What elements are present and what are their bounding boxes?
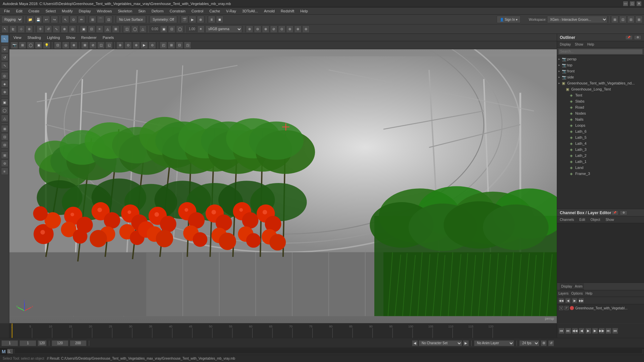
vt-snap-camera[interactable]: ⊕: [116, 42, 124, 49]
frame-start-input[interactable]: [1, 340, 18, 346]
tb-pause[interactable]: ⏸: [208, 16, 215, 23]
3d-viewport[interactable]: persp X Y Z: [9, 49, 557, 323]
lt-btn11[interactable]: ⊝: [1, 160, 8, 167]
vt-shadow[interactable]: ⊡: [54, 42, 61, 49]
tb-lasso-tool[interactable]: ⊵: [9, 25, 17, 33]
tb-v1[interactable]: ▣: [160, 25, 167, 33]
le-sub-help[interactable]: Help: [585, 292, 592, 295]
tb-save[interactable]: 💾: [35, 16, 42, 23]
le-next2[interactable]: ▶▶: [579, 298, 584, 303]
menu-edit[interactable]: Edit: [13, 8, 25, 14]
no-live-surface-btn[interactable]: No Live Surface: [116, 16, 146, 23]
pb-prev[interactable]: ◀: [579, 328, 585, 334]
menu-modify[interactable]: Modify: [59, 8, 75, 14]
tb-bevel[interactable]: ◬: [104, 25, 111, 33]
tree-item[interactable]: ▸◈Lath_1: [557, 159, 644, 165]
lt-btn3[interactable]: ⊕: [1, 88, 8, 96]
tree-item[interactable]: ▸◈Frame_3: [557, 171, 644, 177]
tb-misc3[interactable]: ⊗: [262, 25, 269, 33]
tb-signin[interactable]: 👤 Sign In ▾: [497, 16, 521, 23]
tb-misc5[interactable]: ⊙: [278, 25, 285, 33]
tb-misc1[interactable]: ⊕: [246, 25, 253, 33]
outliner-settings[interactable]: ⚙: [634, 35, 641, 40]
tb-redo[interactable]: ↪: [51, 16, 58, 23]
vt-xray-active[interactable]: ◱: [105, 42, 113, 49]
tree-item[interactable]: ▸◈Slabs: [557, 98, 644, 104]
vt-aa[interactable]: ⊗: [70, 42, 77, 49]
le-next1[interactable]: ▶: [572, 298, 577, 303]
menu-create[interactable]: Create: [26, 8, 42, 14]
rigging-dropdown[interactable]: Rigging: [1, 16, 23, 23]
tb-render[interactable]: 🎬: [181, 16, 188, 23]
lt-btn2[interactable]: ◈: [1, 80, 8, 87]
outliner-tab-help[interactable]: Help: [586, 43, 596, 46]
lt-btn5[interactable]: ◯: [1, 107, 8, 114]
tb-misc7[interactable]: ⊛: [294, 25, 302, 33]
select-tool-btn[interactable]: ↖: [1, 35, 8, 43]
tb-undo[interactable]: ↩: [43, 16, 50, 23]
vt-xray[interactable]: ◫: [97, 42, 105, 49]
fps-dropdown[interactable]: 24 fps: [519, 340, 539, 346]
minimize-button[interactable]: —: [623, 1, 628, 6]
vt-playblast[interactable]: ▶: [141, 42, 148, 49]
vt-wireframe[interactable]: ⊞: [19, 42, 26, 49]
menu-arnold[interactable]: Arnold: [261, 8, 277, 14]
tree-item[interactable]: ▸◈Nodes: [557, 110, 644, 116]
tb-insert-edge[interactable]: ⊠: [112, 25, 119, 33]
pb-start[interactable]: ⏮: [558, 328, 565, 334]
workspace-dropdown[interactable]: XGen - Interactive Groom...: [547, 16, 607, 23]
tb-misc2[interactable]: ⊖: [254, 25, 261, 33]
tree-item[interactable]: ▸◈Lath_6: [557, 128, 644, 134]
tb-lasso[interactable]: ⊙: [70, 16, 77, 23]
rotate-tool-btn[interactable]: ↺: [1, 54, 8, 61]
lt-btn12[interactable]: ≡: [1, 168, 8, 175]
move-tool-btn[interactable]: ✛: [1, 46, 8, 53]
lt-btn10[interactable]: ⊞: [1, 152, 8, 159]
menu-constrain[interactable]: Constrain: [167, 8, 188, 14]
outliner-pin[interactable]: 📌: [625, 35, 633, 40]
tree-item[interactable]: ▸◈Nails: [557, 116, 644, 122]
cb-settings[interactable]: ⚙: [620, 210, 627, 215]
tb-misc6[interactable]: ⊚: [286, 25, 293, 33]
pb-end[interactable]: ⏮: [612, 328, 618, 334]
tb-create-poly[interactable]: ▣: [80, 25, 87, 33]
menu-deform[interactable]: Deform: [149, 8, 166, 14]
lt-btn9[interactable]: ⊟: [1, 141, 8, 148]
menu-help[interactable]: Help: [298, 8, 311, 14]
pb-next[interactable]: ▶: [592, 328, 598, 334]
tb-select[interactable]: ↖: [62, 16, 69, 23]
colorspace-dropdown[interactable]: sRGB gamma: [205, 25, 242, 33]
tb-scale[interactable]: ⤡: [53, 25, 60, 33]
tb-rotate[interactable]: ↺: [45, 25, 52, 33]
tb-paint-tool[interactable]: ⊹: [17, 25, 25, 33]
outliner-tab-show[interactable]: Show: [574, 43, 585, 46]
tree-item[interactable]: ▸◈Lath_5: [557, 134, 644, 140]
char-set-right[interactable]: ▶: [463, 340, 469, 346]
character-set-dropdown[interactable]: No Character Set: [419, 340, 462, 346]
vp-show[interactable]: Show: [63, 35, 78, 40]
tree-item[interactable]: ▸◈Lath_4: [557, 140, 644, 146]
tb-smooth[interactable]: ◯: [131, 25, 139, 33]
lt-btn7[interactable]: ⊠: [1, 125, 8, 132]
anim-end-input[interactable]: [70, 340, 87, 346]
tree-item[interactable]: ▸📷top: [557, 62, 644, 68]
tree-item[interactable]: ▸▣Greenhouse_Long_Tent: [557, 86, 644, 92]
vt-bookmark[interactable]: ⊛: [132, 42, 140, 49]
vt-heads-up[interactable]: ⊘: [89, 42, 97, 49]
tb-ws3[interactable]: ⊟: [627, 16, 635, 23]
menu-windows[interactable]: Windows: [94, 8, 115, 14]
tb-snap-grid[interactable]: ⊞: [89, 16, 96, 23]
tree-item[interactable]: ▸▣Greenhouse_Tent_with_Vegetables_nd...: [557, 80, 644, 86]
vp-panels[interactable]: Panels: [100, 35, 117, 40]
le-tab-display[interactable]: Display: [561, 285, 572, 288]
vt-ao[interactable]: ◎: [62, 42, 69, 49]
symmetry-btn[interactable]: Symmetry: Off: [150, 16, 177, 23]
tree-item[interactable]: ▸◈Lath_3: [557, 146, 644, 153]
vt-smooth[interactable]: ◯: [27, 42, 34, 49]
anim-start-input[interactable]: [52, 340, 68, 346]
tree-item[interactable]: ▸◈Lath_2: [557, 153, 644, 159]
tb-v3[interactable]: ◯: [176, 25, 183, 33]
cb-tab-show[interactable]: Show: [604, 217, 615, 222]
layer-vis-p[interactable]: P: [565, 306, 569, 310]
tb-transform[interactable]: ⊕: [25, 25, 33, 33]
